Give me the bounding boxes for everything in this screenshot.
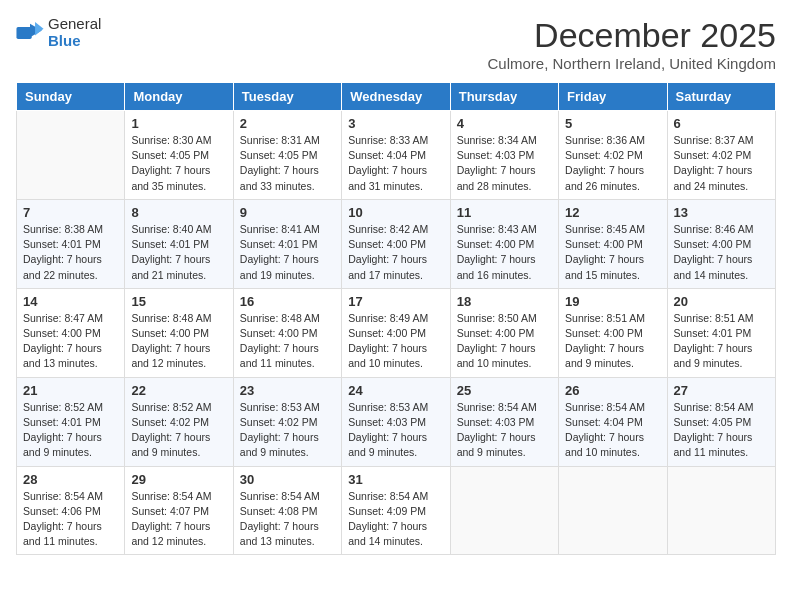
day-info: Sunrise: 8:54 AMSunset: 4:07 PMDaylight:…: [131, 489, 226, 550]
svg-rect-0: [16, 27, 31, 39]
calendar-cell: 20Sunrise: 8:51 AMSunset: 4:01 PMDayligh…: [667, 288, 775, 377]
day-info: Sunrise: 8:37 AMSunset: 4:02 PMDaylight:…: [674, 133, 769, 194]
day-number: 10: [348, 205, 443, 220]
day-number: 30: [240, 472, 335, 487]
calendar-cell: 26Sunrise: 8:54 AMSunset: 4:04 PMDayligh…: [559, 377, 667, 466]
day-info: Sunrise: 8:51 AMSunset: 4:00 PMDaylight:…: [565, 311, 660, 372]
day-number: 20: [674, 294, 769, 309]
day-number: 27: [674, 383, 769, 398]
day-info: Sunrise: 8:52 AMSunset: 4:01 PMDaylight:…: [23, 400, 118, 461]
calendar-cell: 17Sunrise: 8:49 AMSunset: 4:00 PMDayligh…: [342, 288, 450, 377]
calendar-cell: [17, 111, 125, 200]
calendar-cell: 15Sunrise: 8:48 AMSunset: 4:00 PMDayligh…: [125, 288, 233, 377]
day-number: 11: [457, 205, 552, 220]
day-info: Sunrise: 8:47 AMSunset: 4:00 PMDaylight:…: [23, 311, 118, 372]
day-info: Sunrise: 8:54 AMSunset: 4:08 PMDaylight:…: [240, 489, 335, 550]
weekday-header-tuesday: Tuesday: [233, 83, 341, 111]
weekday-header-monday: Monday: [125, 83, 233, 111]
day-info: Sunrise: 8:45 AMSunset: 4:00 PMDaylight:…: [565, 222, 660, 283]
calendar-week-row: 21Sunrise: 8:52 AMSunset: 4:01 PMDayligh…: [17, 377, 776, 466]
day-info: Sunrise: 8:41 AMSunset: 4:01 PMDaylight:…: [240, 222, 335, 283]
day-info: Sunrise: 8:54 AMSunset: 4:03 PMDaylight:…: [457, 400, 552, 461]
day-number: 17: [348, 294, 443, 309]
calendar-cell: 8Sunrise: 8:40 AMSunset: 4:01 PMDaylight…: [125, 199, 233, 288]
day-number: 26: [565, 383, 660, 398]
weekday-header-sunday: Sunday: [17, 83, 125, 111]
day-number: 29: [131, 472, 226, 487]
svg-marker-2: [35, 22, 43, 36]
calendar-cell: 11Sunrise: 8:43 AMSunset: 4:00 PMDayligh…: [450, 199, 558, 288]
calendar-cell: 28Sunrise: 8:54 AMSunset: 4:06 PMDayligh…: [17, 466, 125, 555]
calendar-cell: 5Sunrise: 8:36 AMSunset: 4:02 PMDaylight…: [559, 111, 667, 200]
calendar-cell: 2Sunrise: 8:31 AMSunset: 4:05 PMDaylight…: [233, 111, 341, 200]
day-info: Sunrise: 8:49 AMSunset: 4:00 PMDaylight:…: [348, 311, 443, 372]
calendar-week-row: 14Sunrise: 8:47 AMSunset: 4:00 PMDayligh…: [17, 288, 776, 377]
calendar-cell: 31Sunrise: 8:54 AMSunset: 4:09 PMDayligh…: [342, 466, 450, 555]
calendar-cell: 25Sunrise: 8:54 AMSunset: 4:03 PMDayligh…: [450, 377, 558, 466]
weekday-header-wednesday: Wednesday: [342, 83, 450, 111]
day-number: 19: [565, 294, 660, 309]
day-info: Sunrise: 8:52 AMSunset: 4:02 PMDaylight:…: [131, 400, 226, 461]
calendar-cell: 19Sunrise: 8:51 AMSunset: 4:00 PMDayligh…: [559, 288, 667, 377]
day-info: Sunrise: 8:31 AMSunset: 4:05 PMDaylight:…: [240, 133, 335, 194]
day-info: Sunrise: 8:40 AMSunset: 4:01 PMDaylight:…: [131, 222, 226, 283]
calendar-cell: 29Sunrise: 8:54 AMSunset: 4:07 PMDayligh…: [125, 466, 233, 555]
calendar-cell: 1Sunrise: 8:30 AMSunset: 4:05 PMDaylight…: [125, 111, 233, 200]
day-info: Sunrise: 8:48 AMSunset: 4:00 PMDaylight:…: [131, 311, 226, 372]
calendar-cell: 18Sunrise: 8:50 AMSunset: 4:00 PMDayligh…: [450, 288, 558, 377]
calendar-header-row: SundayMondayTuesdayWednesdayThursdayFrid…: [17, 83, 776, 111]
day-number: 15: [131, 294, 226, 309]
calendar-cell: 4Sunrise: 8:34 AMSunset: 4:03 PMDaylight…: [450, 111, 558, 200]
calendar-cell: 30Sunrise: 8:54 AMSunset: 4:08 PMDayligh…: [233, 466, 341, 555]
day-number: 5: [565, 116, 660, 131]
calendar-cell: 7Sunrise: 8:38 AMSunset: 4:01 PMDaylight…: [17, 199, 125, 288]
day-number: 4: [457, 116, 552, 131]
day-info: Sunrise: 8:51 AMSunset: 4:01 PMDaylight:…: [674, 311, 769, 372]
calendar-week-row: 1Sunrise: 8:30 AMSunset: 4:05 PMDaylight…: [17, 111, 776, 200]
day-number: 21: [23, 383, 118, 398]
calendar-week-row: 7Sunrise: 8:38 AMSunset: 4:01 PMDaylight…: [17, 199, 776, 288]
day-number: 3: [348, 116, 443, 131]
page-header: General Blue December 2025 Culmore, Nort…: [16, 16, 776, 72]
calendar-cell: [450, 466, 558, 555]
day-number: 2: [240, 116, 335, 131]
day-number: 23: [240, 383, 335, 398]
calendar-cell: 14Sunrise: 8:47 AMSunset: 4:00 PMDayligh…: [17, 288, 125, 377]
weekday-header-friday: Friday: [559, 83, 667, 111]
calendar-cell: 9Sunrise: 8:41 AMSunset: 4:01 PMDaylight…: [233, 199, 341, 288]
day-number: 9: [240, 205, 335, 220]
calendar-cell: 27Sunrise: 8:54 AMSunset: 4:05 PMDayligh…: [667, 377, 775, 466]
day-info: Sunrise: 8:30 AMSunset: 4:05 PMDaylight:…: [131, 133, 226, 194]
day-number: 14: [23, 294, 118, 309]
weekday-header-saturday: Saturday: [667, 83, 775, 111]
calendar-cell: 23Sunrise: 8:53 AMSunset: 4:02 PMDayligh…: [233, 377, 341, 466]
day-info: Sunrise: 8:36 AMSunset: 4:02 PMDaylight:…: [565, 133, 660, 194]
day-info: Sunrise: 8:54 AMSunset: 4:05 PMDaylight:…: [674, 400, 769, 461]
day-info: Sunrise: 8:50 AMSunset: 4:00 PMDaylight:…: [457, 311, 552, 372]
day-info: Sunrise: 8:54 AMSunset: 4:09 PMDaylight:…: [348, 489, 443, 550]
day-info: Sunrise: 8:42 AMSunset: 4:00 PMDaylight:…: [348, 222, 443, 283]
day-number: 8: [131, 205, 226, 220]
day-number: 12: [565, 205, 660, 220]
day-number: 1: [131, 116, 226, 131]
calendar-cell: 22Sunrise: 8:52 AMSunset: 4:02 PMDayligh…: [125, 377, 233, 466]
day-number: 18: [457, 294, 552, 309]
calendar-week-row: 28Sunrise: 8:54 AMSunset: 4:06 PMDayligh…: [17, 466, 776, 555]
day-info: Sunrise: 8:54 AMSunset: 4:06 PMDaylight:…: [23, 489, 118, 550]
logo-blue: Blue: [48, 33, 101, 50]
day-number: 25: [457, 383, 552, 398]
day-info: Sunrise: 8:53 AMSunset: 4:02 PMDaylight:…: [240, 400, 335, 461]
day-number: 28: [23, 472, 118, 487]
title-block: December 2025 Culmore, Northern Ireland,…: [488, 16, 776, 72]
logo: General Blue: [16, 16, 101, 49]
logo-general: General: [48, 16, 101, 33]
day-number: 13: [674, 205, 769, 220]
logo-icon: [16, 22, 44, 44]
day-number: 22: [131, 383, 226, 398]
calendar-cell: 21Sunrise: 8:52 AMSunset: 4:01 PMDayligh…: [17, 377, 125, 466]
day-number: 16: [240, 294, 335, 309]
day-info: Sunrise: 8:38 AMSunset: 4:01 PMDaylight:…: [23, 222, 118, 283]
day-info: Sunrise: 8:53 AMSunset: 4:03 PMDaylight:…: [348, 400, 443, 461]
day-number: 7: [23, 205, 118, 220]
calendar-cell: 16Sunrise: 8:48 AMSunset: 4:00 PMDayligh…: [233, 288, 341, 377]
